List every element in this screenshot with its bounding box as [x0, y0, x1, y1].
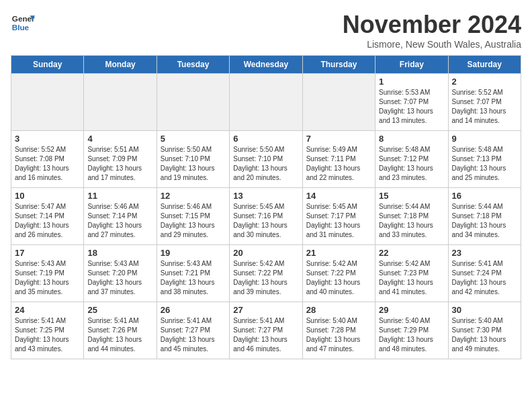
- logo: General Blue: [11, 11, 35, 35]
- day-detail: Sunrise: 5:41 AM Sunset: 7:24 PM Dayligh…: [452, 259, 517, 297]
- day-number: 8: [379, 134, 444, 144]
- day-number: 20: [233, 248, 298, 258]
- day-detail: Sunrise: 5:46 AM Sunset: 7:14 PM Dayligh…: [87, 202, 152, 240]
- day-number: 17: [15, 248, 80, 258]
- calendar-day-cell: 11Sunrise: 5:46 AM Sunset: 7:14 PM Dayli…: [84, 188, 157, 245]
- day-number: 10: [15, 191, 80, 201]
- day-number: 2: [452, 77, 517, 87]
- calendar-day-cell: 6Sunrise: 5:50 AM Sunset: 7:10 PM Daylig…: [230, 131, 302, 188]
- day-number: 19: [161, 248, 226, 258]
- weekday-header-cell: Friday: [375, 56, 448, 74]
- day-detail: Sunrise: 5:47 AM Sunset: 7:14 PM Dayligh…: [15, 202, 80, 240]
- day-number: 26: [161, 305, 226, 315]
- calendar-day-cell: 5Sunrise: 5:50 AM Sunset: 7:10 PM Daylig…: [157, 131, 229, 188]
- calendar-day-cell: 3Sunrise: 5:52 AM Sunset: 7:08 PM Daylig…: [11, 131, 84, 188]
- day-number: 27: [233, 305, 298, 315]
- calendar-day-cell: [11, 74, 84, 131]
- weekday-header-cell: Thursday: [302, 56, 375, 74]
- calendar-day-cell: 22Sunrise: 5:42 AM Sunset: 7:23 PM Dayli…: [375, 245, 448, 302]
- day-detail: Sunrise: 5:51 AM Sunset: 7:09 PM Dayligh…: [87, 145, 152, 183]
- day-detail: Sunrise: 5:45 AM Sunset: 7:16 PM Dayligh…: [233, 202, 298, 240]
- calendar-day-cell: 23Sunrise: 5:41 AM Sunset: 7:24 PM Dayli…: [448, 245, 521, 302]
- day-number: 24: [15, 305, 80, 315]
- calendar-day-cell: 17Sunrise: 5:43 AM Sunset: 7:19 PM Dayli…: [11, 245, 84, 302]
- day-number: 16: [452, 191, 517, 201]
- calendar-day-cell: 20Sunrise: 5:42 AM Sunset: 7:22 PM Dayli…: [230, 245, 302, 302]
- day-detail: Sunrise: 5:40 AM Sunset: 7:30 PM Dayligh…: [452, 316, 517, 354]
- day-detail: Sunrise: 5:45 AM Sunset: 7:17 PM Dayligh…: [306, 202, 371, 240]
- day-detail: Sunrise: 5:43 AM Sunset: 7:21 PM Dayligh…: [161, 259, 226, 297]
- day-number: 28: [306, 305, 371, 315]
- calendar-table: SundayMondayTuesdayWednesdayThursdayFrid…: [11, 55, 521, 359]
- day-number: 6: [233, 134, 298, 144]
- calendar-day-cell: 21Sunrise: 5:42 AM Sunset: 7:22 PM Dayli…: [302, 245, 375, 302]
- calendar-day-cell: [157, 74, 229, 131]
- calendar-day-cell: 26Sunrise: 5:41 AM Sunset: 7:27 PM Dayli…: [157, 302, 229, 359]
- day-number: 3: [15, 134, 80, 144]
- calendar-week-row: 17Sunrise: 5:43 AM Sunset: 7:19 PM Dayli…: [11, 245, 521, 302]
- header: General Blue November 2024 Lismore, New …: [11, 11, 521, 50]
- calendar-day-cell: 24Sunrise: 5:41 AM Sunset: 7:25 PM Dayli…: [11, 302, 84, 359]
- calendar-day-cell: 27Sunrise: 5:41 AM Sunset: 7:27 PM Dayli…: [230, 302, 302, 359]
- logo-icon: General Blue: [11, 11, 35, 35]
- calendar-day-cell: 29Sunrise: 5:40 AM Sunset: 7:29 PM Dayli…: [375, 302, 448, 359]
- calendar-body: 1Sunrise: 5:53 AM Sunset: 7:07 PM Daylig…: [11, 74, 521, 359]
- calendar-day-cell: [302, 74, 375, 131]
- calendar-day-cell: 28Sunrise: 5:40 AM Sunset: 7:28 PM Dayli…: [302, 302, 375, 359]
- day-detail: Sunrise: 5:48 AM Sunset: 7:12 PM Dayligh…: [379, 145, 444, 183]
- day-number: 29: [379, 305, 444, 315]
- day-number: 14: [306, 191, 371, 201]
- calendar-day-cell: 12Sunrise: 5:46 AM Sunset: 7:15 PM Dayli…: [157, 188, 229, 245]
- day-number: 30: [452, 305, 517, 315]
- day-detail: Sunrise: 5:41 AM Sunset: 7:27 PM Dayligh…: [233, 316, 298, 354]
- calendar-day-cell: 15Sunrise: 5:44 AM Sunset: 7:18 PM Dayli…: [375, 188, 448, 245]
- weekday-header-cell: Monday: [84, 56, 157, 74]
- day-number: 21: [306, 248, 371, 258]
- location-title: Lismore, New South Wales, Australia: [343, 39, 521, 50]
- day-detail: Sunrise: 5:41 AM Sunset: 7:27 PM Dayligh…: [161, 316, 226, 354]
- calendar-day-cell: 16Sunrise: 5:44 AM Sunset: 7:18 PM Dayli…: [448, 188, 521, 245]
- day-detail: Sunrise: 5:44 AM Sunset: 7:18 PM Dayligh…: [452, 202, 517, 240]
- calendar-week-row: 24Sunrise: 5:41 AM Sunset: 7:25 PM Dayli…: [11, 302, 521, 359]
- day-detail: Sunrise: 5:46 AM Sunset: 7:15 PM Dayligh…: [161, 202, 226, 240]
- calendar-day-cell: 7Sunrise: 5:49 AM Sunset: 7:11 PM Daylig…: [302, 131, 375, 188]
- svg-text:General: General: [12, 14, 35, 23]
- calendar-week-row: 10Sunrise: 5:47 AM Sunset: 7:14 PM Dayli…: [11, 188, 521, 245]
- day-detail: Sunrise: 5:41 AM Sunset: 7:25 PM Dayligh…: [15, 316, 80, 354]
- day-number: 7: [306, 134, 371, 144]
- calendar-week-row: 1Sunrise: 5:53 AM Sunset: 7:07 PM Daylig…: [11, 74, 521, 131]
- day-detail: Sunrise: 5:42 AM Sunset: 7:23 PM Dayligh…: [379, 259, 444, 297]
- day-number: 4: [87, 134, 152, 144]
- day-number: 25: [87, 305, 152, 315]
- day-detail: Sunrise: 5:50 AM Sunset: 7:10 PM Dayligh…: [161, 145, 226, 183]
- calendar-day-cell: 18Sunrise: 5:43 AM Sunset: 7:20 PM Dayli…: [84, 245, 157, 302]
- weekday-header-cell: Tuesday: [157, 56, 229, 74]
- day-number: 13: [233, 191, 298, 201]
- day-detail: Sunrise: 5:53 AM Sunset: 7:07 PM Dayligh…: [379, 88, 444, 126]
- calendar-day-cell: 8Sunrise: 5:48 AM Sunset: 7:12 PM Daylig…: [375, 131, 448, 188]
- day-detail: Sunrise: 5:50 AM Sunset: 7:10 PM Dayligh…: [233, 145, 298, 183]
- day-detail: Sunrise: 5:43 AM Sunset: 7:19 PM Dayligh…: [15, 259, 80, 297]
- day-number: 12: [161, 191, 226, 201]
- day-detail: Sunrise: 5:40 AM Sunset: 7:29 PM Dayligh…: [379, 316, 444, 354]
- day-number: 23: [452, 248, 517, 258]
- day-detail: Sunrise: 5:42 AM Sunset: 7:22 PM Dayligh…: [233, 259, 298, 297]
- day-detail: Sunrise: 5:48 AM Sunset: 7:13 PM Dayligh…: [452, 145, 517, 183]
- calendar-week-row: 3Sunrise: 5:52 AM Sunset: 7:08 PM Daylig…: [11, 131, 521, 188]
- day-detail: Sunrise: 5:52 AM Sunset: 7:07 PM Dayligh…: [452, 88, 517, 126]
- weekday-header-cell: Sunday: [11, 56, 84, 74]
- day-detail: Sunrise: 5:52 AM Sunset: 7:08 PM Dayligh…: [15, 145, 80, 183]
- calendar-day-cell: 14Sunrise: 5:45 AM Sunset: 7:17 PM Dayli…: [302, 188, 375, 245]
- day-number: 1: [379, 77, 444, 87]
- day-detail: Sunrise: 5:44 AM Sunset: 7:18 PM Dayligh…: [379, 202, 444, 240]
- day-number: 11: [87, 191, 152, 201]
- day-detail: Sunrise: 5:41 AM Sunset: 7:26 PM Dayligh…: [87, 316, 152, 354]
- calendar-day-cell: 13Sunrise: 5:45 AM Sunset: 7:16 PM Dayli…: [230, 188, 302, 245]
- weekday-header-cell: Wednesday: [230, 56, 302, 74]
- calendar-day-cell: 10Sunrise: 5:47 AM Sunset: 7:14 PM Dayli…: [11, 188, 84, 245]
- calendar-day-cell: 4Sunrise: 5:51 AM Sunset: 7:09 PM Daylig…: [84, 131, 157, 188]
- day-number: 9: [452, 134, 517, 144]
- calendar-day-cell: 2Sunrise: 5:52 AM Sunset: 7:07 PM Daylig…: [448, 74, 521, 131]
- day-number: 5: [161, 134, 226, 144]
- day-number: 18: [87, 248, 152, 258]
